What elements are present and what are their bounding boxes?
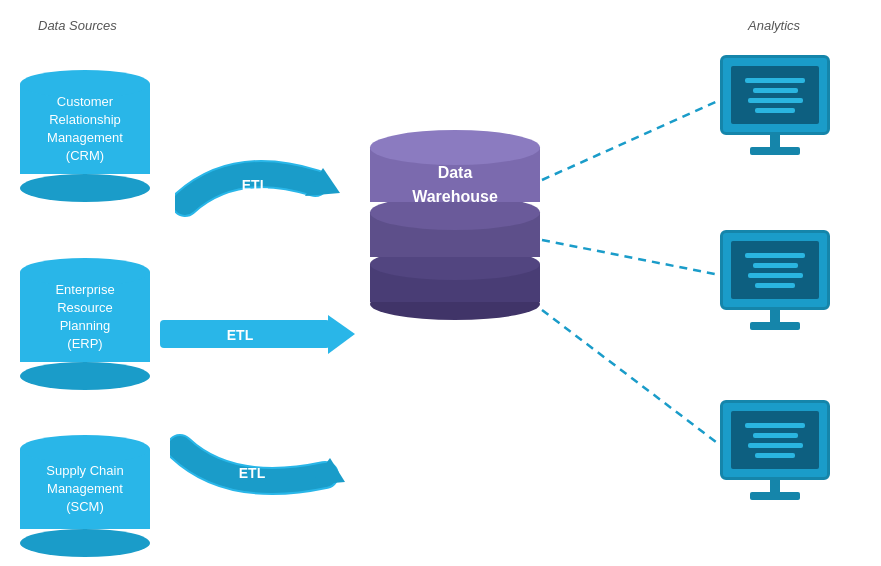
monitor-bottom	[720, 400, 830, 500]
erp-cylinder: EnterpriseResourcePlanning(ERP)	[20, 258, 150, 390]
svg-marker-6	[328, 315, 355, 354]
data-sources-label: Data Sources	[38, 18, 117, 33]
etl-arrow-3: ETL	[170, 430, 355, 510]
svg-text:ETL: ETL	[239, 465, 266, 481]
data-warehouse: Data Warehouse	[370, 130, 540, 330]
dw-label-2: Warehouse	[412, 185, 498, 209]
monitor-top	[720, 55, 830, 155]
monitor-middle	[720, 230, 830, 330]
etl-arrow-2: ETL	[160, 310, 360, 360]
dw-label: Data	[438, 161, 473, 185]
analytics-label: Analytics	[748, 18, 800, 33]
diagram-container: Data Sources Analytics CustomerRelations…	[0, 0, 881, 566]
scm-cylinder: Supply ChainManagement(SCM)	[20, 435, 150, 557]
svg-line-0	[542, 100, 720, 180]
svg-line-1	[542, 240, 720, 275]
crm-cylinder: CustomerRelationshipManagement(CRM)	[20, 70, 150, 202]
svg-line-2	[542, 310, 720, 445]
etl-arrow-1: ETL	[175, 148, 355, 218]
scm-label: Supply ChainManagement(SCM)	[41, 454, 128, 525]
svg-text:ETL: ETL	[227, 327, 254, 343]
svg-text:ETL: ETL	[242, 177, 269, 193]
